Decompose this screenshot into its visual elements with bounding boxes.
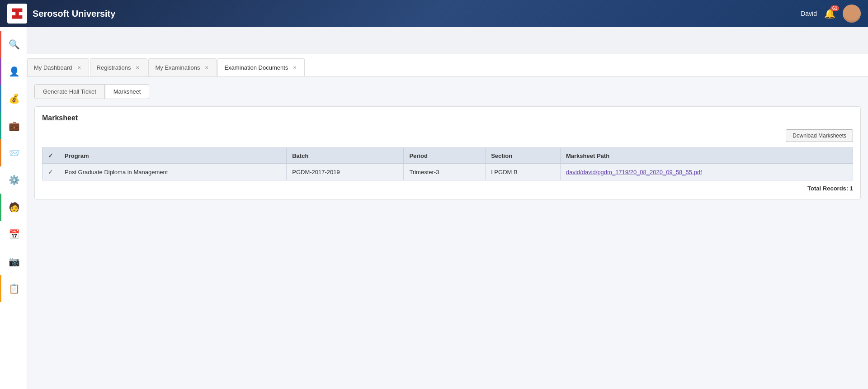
briefcase-icon: 💼 bbox=[9, 120, 20, 131]
table-toolbar: Download Marksheets bbox=[42, 129, 853, 142]
tab-bar: My Dashboard ✕ Registrations ✕ My Examin… bbox=[27, 54, 868, 77]
sub-tab-marksheet-label: Marksheet bbox=[113, 88, 141, 95]
person-icon: 👤 bbox=[9, 66, 20, 77]
col-section: Section bbox=[486, 148, 561, 164]
tab-registrations-label: Registrations bbox=[97, 64, 131, 71]
logo bbox=[7, 4, 27, 24]
row-batch: PGDM-2017-2019 bbox=[287, 164, 404, 180]
tab-dashboard-label: My Dashboard bbox=[34, 64, 72, 71]
col-program: Program bbox=[59, 148, 287, 164]
sidebar-item-calendar[interactable]: 📅 bbox=[0, 221, 27, 248]
tab-my-examinations-close[interactable]: ✕ bbox=[203, 65, 210, 71]
header-checkmark-icon: ✓ bbox=[48, 152, 53, 159]
total-records: Total Records: 1 bbox=[42, 185, 853, 192]
sidebar-item-person[interactable]: 👤 bbox=[0, 58, 27, 85]
avatar-image bbox=[843, 5, 861, 23]
user-profile-icon: 🧑 bbox=[9, 202, 20, 213]
sidebar-item-document[interactable]: 📋 bbox=[0, 275, 27, 302]
sidebar-item-send[interactable]: 📨 bbox=[0, 139, 27, 166]
sidebar-item-finance[interactable]: 💰 bbox=[0, 85, 27, 112]
col-checkbox: ✓ bbox=[42, 148, 59, 164]
col-batch: Batch bbox=[287, 148, 404, 164]
sub-tab-hall-ticket-label: Generate Hall Ticket bbox=[43, 88, 96, 95]
sidebar: 🔍 👤 💰 💼 📨 ⚙️ 🧑 📅 📷 📋 bbox=[0, 27, 27, 389]
sidebar-item-camera[interactable]: 📷 bbox=[0, 248, 27, 275]
row-program: Post Graduate Diploma in Management bbox=[59, 164, 287, 180]
sub-tab-marksheet[interactable]: Marksheet bbox=[105, 84, 150, 99]
marksheet-title: Marksheet bbox=[42, 114, 853, 122]
row-section: I PGDM B bbox=[486, 164, 561, 180]
search-icon: 🔍 bbox=[9, 39, 20, 50]
sidebar-item-search[interactable]: 🔍 bbox=[0, 31, 27, 58]
calendar-icon: 📅 bbox=[9, 229, 20, 240]
marksheet-path-link[interactable]: david/david/pgdm_1719/20_08_2020_09_58_5… bbox=[566, 169, 702, 176]
page-content: Generate Hall Ticket Marksheet Marksheet… bbox=[27, 77, 868, 389]
row-period: Trimester-3 bbox=[404, 164, 486, 180]
app-title: Serosoft University bbox=[33, 9, 795, 19]
document-icon: 📋 bbox=[9, 283, 20, 294]
notification-badge: 61 bbox=[830, 5, 839, 11]
username: David bbox=[801, 10, 817, 17]
tab-examination-documents-label: Examination Documents bbox=[224, 64, 288, 71]
sidebar-item-user-profile[interactable]: 🧑 bbox=[0, 194, 27, 221]
tab-registrations[interactable]: Registrations ✕ bbox=[90, 58, 148, 76]
row-marksheet-path[interactable]: david/david/pgdm_1719/20_08_2020_09_58_5… bbox=[561, 164, 853, 180]
sub-tab-hall-ticket[interactable]: Generate Hall Ticket bbox=[34, 84, 105, 99]
send-icon: 📨 bbox=[9, 147, 20, 158]
settings-icon: ⚙️ bbox=[9, 175, 20, 185]
table-header-row: ✓ Program Batch Period Section Marksheet… bbox=[42, 148, 853, 164]
tab-my-examinations[interactable]: My Examinations ✕ bbox=[148, 58, 217, 76]
download-marksheets-button[interactable]: Download Marksheets bbox=[786, 129, 853, 142]
tab-examination-documents[interactable]: Examination Documents ✕ bbox=[217, 58, 305, 76]
col-period: Period bbox=[404, 148, 486, 164]
finance-icon: 💰 bbox=[9, 93, 20, 104]
tab-dashboard-close[interactable]: ✕ bbox=[76, 65, 82, 71]
camera-icon: 📷 bbox=[9, 256, 20, 267]
avatar[interactable] bbox=[843, 5, 861, 23]
col-marksheet-path: Marksheet Path bbox=[561, 148, 853, 164]
navbar-right: David 🔔 61 bbox=[801, 5, 861, 23]
sidebar-item-briefcase[interactable]: 💼 bbox=[0, 112, 27, 139]
marksheet-card: Marksheet Download Marksheets ✓ Program … bbox=[34, 106, 861, 199]
marksheet-table: ✓ Program Batch Period Section Marksheet… bbox=[42, 147, 853, 180]
table-row: ✓ Post Graduate Diploma in Management PG… bbox=[42, 164, 853, 180]
sub-tab-bar: Generate Hall Ticket Marksheet bbox=[34, 84, 861, 99]
row-checkmark-icon: ✓ bbox=[48, 168, 53, 176]
tab-registrations-close[interactable]: ✕ bbox=[134, 65, 141, 71]
tab-examination-documents-close[interactable]: ✕ bbox=[292, 64, 298, 71]
sidebar-item-settings[interactable]: ⚙️ bbox=[0, 166, 27, 194]
row-checkbox-cell[interactable]: ✓ bbox=[42, 164, 59, 180]
main-content: My Dashboard ✕ Registrations ✕ My Examin… bbox=[27, 54, 868, 389]
navbar: Serosoft University David 🔔 61 bbox=[0, 0, 868, 27]
tab-dashboard[interactable]: My Dashboard ✕ bbox=[27, 58, 89, 76]
tab-my-examinations-label: My Examinations bbox=[155, 64, 200, 71]
notification-bell[interactable]: 🔔 61 bbox=[824, 8, 835, 19]
